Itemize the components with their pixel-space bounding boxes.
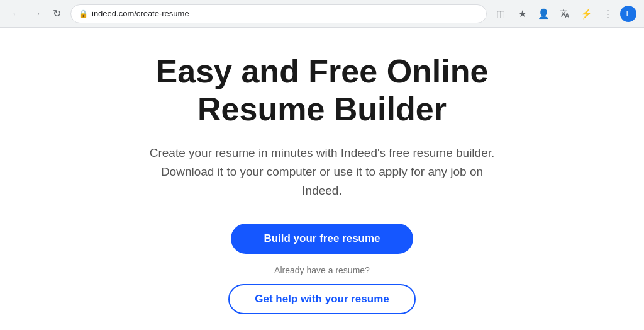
back-button[interactable]: ← bbox=[8, 5, 25, 23]
hero-title-line1: Easy and Free Online bbox=[156, 53, 489, 89]
lock-icon: 🔒 bbox=[79, 9, 88, 18]
forward-button[interactable]: → bbox=[28, 5, 45, 23]
account-icon[interactable]: 👤 bbox=[535, 5, 552, 23]
get-help-resume-button[interactable]: Get help with your resume bbox=[228, 284, 416, 314]
address-bar[interactable]: 🔒 indeed.com/create-resume bbox=[70, 4, 487, 23]
translate-icon[interactable] bbox=[556, 5, 574, 23]
build-resume-button[interactable]: Build your free resume bbox=[231, 224, 413, 254]
url-text: indeed.com/create-resume bbox=[92, 9, 479, 18]
hero-title-line2: Resume Builder bbox=[197, 91, 447, 127]
nav-buttons: ← → ↻ bbox=[8, 5, 65, 23]
already-have-resume-text: Already have a resume? bbox=[274, 265, 370, 275]
hero-subtitle: Create your resume in minutes with Indee… bbox=[146, 144, 498, 201]
cast-icon[interactable]: ◫ bbox=[492, 5, 509, 23]
profile-button[interactable]: L bbox=[620, 6, 636, 22]
browser-actions: ◫ ★ 👤 ⚡ ⋮ L bbox=[492, 5, 636, 23]
reload-button[interactable]: ↻ bbox=[48, 5, 65, 23]
more-icon[interactable]: ⋮ bbox=[599, 5, 616, 23]
hero-title: Easy and Free Online Resume Builder bbox=[156, 53, 489, 128]
browser-chrome: ← → ↻ 🔒 indeed.com/create-resume ◫ ★ 👤 ⚡… bbox=[0, 0, 644, 28]
page-content: Easy and Free Online Resume Builder Crea… bbox=[0, 28, 644, 330]
extensions-icon[interactable]: ⚡ bbox=[577, 5, 595, 23]
bookmark-icon[interactable]: ★ bbox=[513, 5, 531, 23]
